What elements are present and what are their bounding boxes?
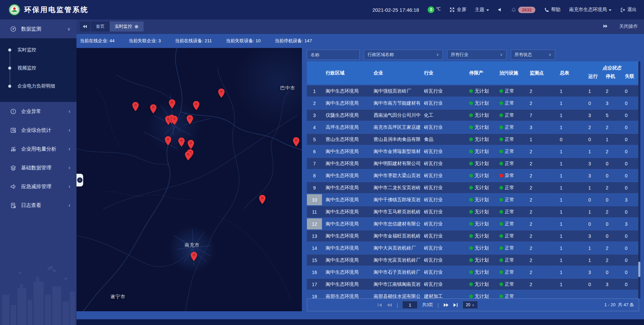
map-panel[interactable]: 巴中市南充市遂宁市 [76,48,302,311]
table-row[interactable]: 10阆中生态环境局阆中千佛镇五郎垭页岩砖瓦行业无计划正常21003 [307,194,639,205]
table-row[interactable]: 15阆中生态环境局阆中市光富页岩机砖厂砖瓦行业无计划正常21120 [307,255,639,266]
table-row[interactable]: 16阆中生态环境局阆中市石子页岩机砖厂砖瓦行业无计划正常21300 [307,267,639,278]
sidebar-group-企业综合统计[interactable]: 企业综合统计‹ [0,121,76,140]
cell-row-number: 1 [307,86,322,97]
map-pin[interactable] [193,101,200,111]
sidebar-group-数据监测[interactable]: 数据监测∨ [0,19,76,38]
close-operations-menu[interactable]: 关闭操作 [619,23,638,30]
last-page-button[interactable] [453,303,458,307]
sidebar-item-视频监控[interactable]: 视频监控 [0,59,76,77]
cell-stop-status: 无计划 [466,267,496,278]
status-dot-green [469,246,473,250]
cell-lost-count: 0 [621,110,639,121]
page-number-input[interactable] [402,301,418,309]
sidebar-group-企业用电量分析[interactable]: 企业用电量分析‹ [0,140,76,158]
table-row[interactable]: 6阆中生态环境局阆中市金博瑞新型墙材砖瓦行业无计划正常21120 [307,146,639,157]
table-row[interactable]: 11阆中生态环境局阆中市五马桥页岩机砖砖瓦行业无计划正常21120 [307,206,639,217]
tab-scroll-right-button[interactable] [603,24,608,29]
city-label-巴中市: 巴中市 [280,85,296,91]
cell-stop-status: 无计划 [466,255,496,266]
map-pin[interactable] [164,136,172,146]
cell-row-number: 10 [307,194,322,205]
map-pin[interactable] [171,115,178,125]
next-page-button[interactable] [443,303,449,307]
table-row[interactable]: 18南部生态环境局南部县砌佳水泥有限公建材加工无计划正常 [307,291,639,299]
map-pin[interactable] [190,252,198,262]
filter-bar: 行政区域名称 ∨ 所有行业 ∨ 所有状态 ∨ [307,50,555,60]
cell-monitor-count: 1 [526,134,556,145]
region-select[interactable]: 行政区域名称 ∨ [364,50,443,60]
fullscreen-button[interactable]: 全屏 [449,7,466,13]
cell-company: 阆中市二龙长宝页岩砖 [370,182,420,193]
sidebar-item-实时监控[interactable]: 实时监控 [0,41,76,59]
cell-row-number: 7 [307,158,322,169]
cell-treatment-status: 正常 [496,146,526,157]
map-pin[interactable] [178,137,185,147]
map-pin[interactable] [187,140,195,150]
tab-scroll-left-button[interactable] [80,21,90,32]
table-row[interactable]: 17阆中生态环境局阆中市江南镇阆南页岩砖瓦行业无计划正常21030 [307,279,639,290]
map-pin[interactable] [168,99,176,109]
cell-company: 阆中市石子页岩机砖厂 [370,267,420,278]
table-row[interactable]: 5营山生态环境局营山县润丰肉食品有限食品无计划正常10010 [307,134,639,145]
map-pin[interactable] [132,102,139,112]
map-pin[interactable] [218,88,225,98]
notifications[interactable]: 2632 [511,7,535,13]
page-size-select[interactable]: 20 ∨ [463,301,478,309]
cell-row-number: 15 [307,255,322,266]
map-pin[interactable] [259,195,266,205]
close-icon[interactable]: ⊗ [135,24,139,29]
temperature: 0 ℃ [428,6,441,13]
status-dot-green [499,186,503,189]
cell-run-count: 3 [585,110,602,121]
table-row[interactable]: 2阆中生态环境局阆中市南方节能建材有砖瓦行业无计划正常21030 [307,98,639,109]
cell-halt-count: 0 [602,170,621,181]
logout-button[interactable]: 退出 [620,7,637,13]
table-row[interactable]: 9阆中生态环境局阆中市二龙长宝页岩砖砖瓦行业无计划正常21120 [307,182,639,193]
map-pin[interactable] [292,137,300,147]
table-row[interactable]: 7阆中生态环境局阆中明阳建材有限公司砖瓦行业无计划正常21300 [307,158,639,169]
table-row[interactable]: 12阆中生态环境局阆中市忠信建材有限公砖瓦行业无计划正常21003 [307,218,639,229]
cell-row-number: 4 [307,122,322,133]
sidebar-group-日志查看[interactable]: 日志查看‹ [0,196,76,215]
map-pin[interactable] [184,151,192,161]
status-dot-green [499,258,503,262]
cell-monitor-count: 2 [526,86,556,97]
sidebar-group-企业异常[interactable]: 企业异常‹ [0,102,76,121]
sidebar-collapse-button[interactable]: ‹ [76,174,83,186]
help-button[interactable]: 帮助 [544,7,560,13]
col-total: 总表 [556,61,585,85]
table-row[interactable]: 8阆中生态环境局阆中市枣碧大梁山页岩砖瓦行业无计划异常21300 [307,170,639,181]
table-row[interactable]: 14阆中生态环境局阆中大兴页岩机砖厂砖瓦行业无计划正常21120 [307,242,639,254]
map-pin[interactable] [150,104,157,114]
sidebar-group-应急减排管理[interactable]: 应急减排管理‹ [0,177,76,196]
status-select[interactable]: 所有状态 ∨ [511,50,555,60]
cell-industry: 砖瓦行业 [420,86,466,97]
prev-page-button[interactable] [387,303,392,307]
table-scrollbar[interactable] [638,61,640,299]
table-row[interactable]: 1阆中生态环境局阆中强锐页岩砖厂砖瓦行业无计划正常21120 [307,86,639,97]
theme-menu[interactable]: 主题 [475,7,489,13]
cell-stop-status: 无计划 [466,218,496,229]
cell-run-count: 1 [585,242,602,254]
tab-home[interactable]: 首页 [91,21,110,32]
cell-row-number: 6 [307,146,322,157]
first-page-button[interactable] [377,303,382,307]
col-row-number [307,61,322,85]
table-row[interactable]: 3仪陇生态环境局西南油气田分公司川中化工无计划正常71350 [307,110,639,121]
industry-select[interactable]: 所有行业 ∨ [447,50,506,60]
sidebar-group-基础数据管理[interactable]: 基础数据管理‹ [0,158,76,177]
pagination-bar: | 共3页 | 20 ∨ 1 - 20 共 47 条 [307,299,639,311]
table-row[interactable]: 13阆中生态环境局阆中市金福旺页岩机砖砖瓦行业无计划正常21300 [307,230,639,241]
map-pin[interactable] [186,115,194,125]
cell-total-meter: 1 [556,122,585,133]
status-dot-green [469,125,473,129]
name-search-input[interactable] [307,50,360,60]
scrollbar-thumb[interactable] [638,262,640,277]
table-row[interactable]: 4高坪生态环境局南充市高坪区王家店建砖瓦行业无计划正常31220 [307,122,639,133]
org-menu[interactable]: 南充市生态环境局 [569,7,611,13]
sidebar-item-企业电力负荷明细[interactable]: 企业电力负荷明细 [0,77,76,95]
cell-monitor-count: 3 [526,122,556,133]
audio-toggle[interactable] [498,7,502,12]
tab-realtime-monitor[interactable]: 实时监控 ⊗ [110,21,144,32]
